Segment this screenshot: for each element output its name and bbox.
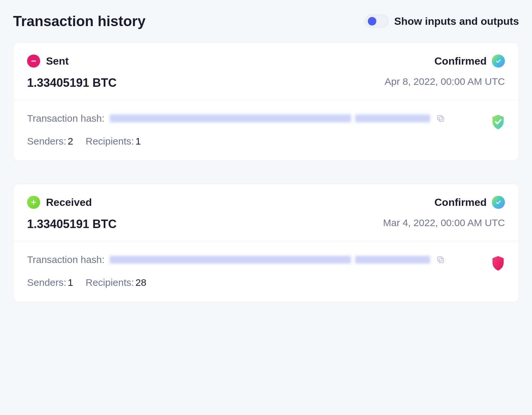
senders-label: Senders: <box>27 136 66 146</box>
transaction-summary: Sent 1.33405191 BTC Confirmed Apr 8, 202… <box>13 43 519 100</box>
hash-redacted <box>110 256 351 264</box>
hash-row: Transaction hash: <box>27 113 481 124</box>
svg-rect-3 <box>439 117 444 121</box>
svg-rect-9 <box>438 257 442 261</box>
transaction-type: Sent <box>46 55 69 67</box>
transaction-type: Received <box>46 196 92 208</box>
toggle-inputs-outputs-group: Show inputs and outputs <box>365 15 519 28</box>
recipients-label: Recipients: <box>86 136 134 146</box>
shield-icon <box>491 255 505 271</box>
transaction-date: Mar 4, 2022, 00:00 AM UTC <box>383 217 505 228</box>
page-header: Transaction history Show inputs and outp… <box>13 13 519 29</box>
transaction-card: Received 1.33405191 BTC Confirmed Mar 4,… <box>13 184 519 302</box>
recipients-label: Recipients: <box>86 277 134 288</box>
copy-hash-button[interactable] <box>435 254 446 265</box>
hash-redacted <box>355 115 430 122</box>
hash-redacted <box>110 115 351 122</box>
senders-count: 1 <box>68 277 73 288</box>
transaction-details: Transaction hash: Senders: 2 Recipients:… <box>13 100 519 161</box>
check-circle-icon <box>492 196 505 209</box>
transaction-summary: Received 1.33405191 BTC Confirmed Mar 4,… <box>13 184 519 241</box>
transaction-details: Transaction hash: Senders: 1 Recipients:… <box>13 241 519 302</box>
counts-row: Senders: 2 Recipients: 1 <box>27 136 481 147</box>
copy-hash-button[interactable] <box>435 113 446 124</box>
svg-rect-8 <box>439 258 444 263</box>
svg-rect-0 <box>31 61 36 62</box>
counts-row: Senders: 1 Recipients: 28 <box>27 277 481 288</box>
transaction-card: Sent 1.33405191 BTC Confirmed Apr 8, 202… <box>13 42 519 161</box>
senders-label: Senders: <box>27 277 66 288</box>
hash-row: Transaction hash: <box>27 254 481 265</box>
toggle-label: Show inputs and outputs <box>394 15 519 27</box>
minus-icon <box>27 54 40 68</box>
check-circle-icon <box>492 54 505 68</box>
hash-label: Transaction hash: <box>27 113 104 124</box>
transaction-date: Apr 8, 2022, 00:00 AM UTC <box>384 76 505 87</box>
transaction-amount: 1.33405191 BTC <box>27 76 117 90</box>
toggle-inputs-outputs[interactable] <box>365 15 388 28</box>
status-text: Confirmed <box>434 196 487 208</box>
svg-rect-4 <box>438 115 442 120</box>
recipients-count: 28 <box>135 277 146 288</box>
page-title: Transaction history <box>13 13 146 29</box>
toggle-knob <box>368 17 376 25</box>
hash-label: Transaction hash: <box>27 254 104 265</box>
status-text: Confirmed <box>434 55 487 67</box>
svg-rect-7 <box>31 202 36 203</box>
shield-icon <box>491 114 505 130</box>
plus-icon <box>27 196 40 209</box>
hash-redacted <box>355 256 430 264</box>
recipients-count: 1 <box>135 136 141 146</box>
senders-count: 2 <box>68 136 73 146</box>
transaction-amount: 1.33405191 BTC <box>27 217 117 231</box>
